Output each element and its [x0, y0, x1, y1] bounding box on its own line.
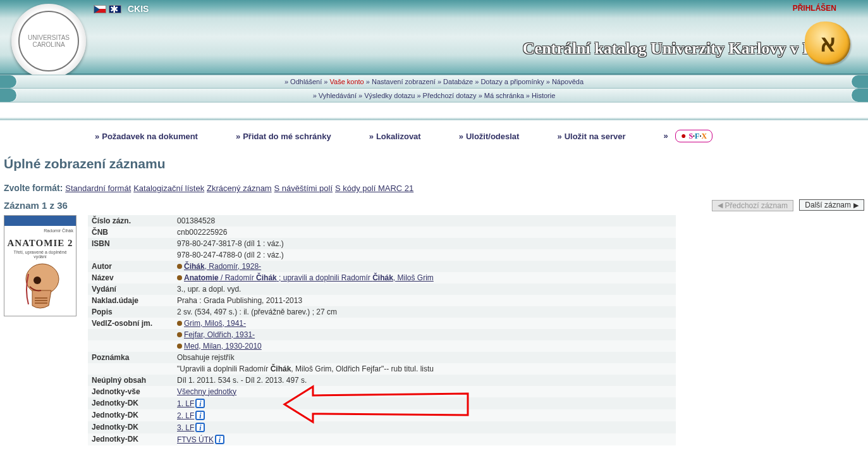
format-link[interactable]: Standardní formát [65, 183, 131, 193]
record-field-value: Anatomie / Radomír Čihák ; upravili a do… [173, 272, 676, 283]
nav2-item[interactable]: Historie [532, 92, 555, 99]
record-field-label [88, 340, 173, 352]
record-row: PoznámkaObsahuje rejstřík [88, 352, 676, 363]
record-field-value: FTVS ÚTKi [173, 433, 676, 445]
format-row: Zvolte formát: Standardní formát Katalog… [4, 183, 864, 193]
format-link[interactable]: Katalogizační lístek [133, 183, 204, 193]
nav1-item[interactable]: Databáze [443, 78, 473, 85]
next-record-button[interactable]: Další záznam ▶ [799, 199, 864, 211]
record-table: Číslo zázn.001384528ČNBcnb002225926ISBN9… [88, 215, 676, 445]
brand-label: CKIS [128, 4, 149, 14]
record-row: NázevAnatomie / Radomír Čihák ; upravili… [88, 272, 676, 283]
login-status[interactable]: PŘIHLÁŠEN [793, 4, 836, 13]
nav1-item[interactable]: Vaše konto [330, 78, 364, 85]
record-field-label: Poznámka [88, 352, 173, 363]
navbar-primary: » Odhlášení » Vaše konto » Nastavení zob… [0, 75, 868, 89]
record-field-label: Autor [88, 261, 173, 272]
record-field-label: ISBN [88, 238, 173, 249]
navbar-cap-right [852, 75, 868, 88]
sfx-link[interactable]: » ●S·F·X [663, 130, 712, 142]
nav1-item[interactable]: Odhlášení [290, 78, 322, 85]
record-field-label [88, 363, 173, 375]
record-field-value: 1. LFi [173, 397, 676, 409]
record-field-label: Jednotky-DK [88, 397, 173, 409]
record-link[interactable]: Grim, Miloš, 1941- [184, 319, 246, 328]
record-link[interactable]: 2. LF [177, 411, 194, 420]
action-link[interactable]: »Uložit/odeslat [459, 132, 520, 141]
record-field-value: cnb002225926 [173, 227, 676, 238]
navbar-secondary: » Vyhledávání » Výsledky dotazu » Předch… [0, 89, 868, 103]
header: UNIVERSITASCAROLINA CKIS PŘIHLÁŠEN Centr… [0, 0, 868, 75]
info-icon[interactable]: i [195, 411, 205, 420]
flag-cz[interactable] [94, 5, 106, 13]
nav1-item[interactable]: Nastavení zobrazení [372, 78, 436, 85]
nav1-item[interactable]: Nápověda [552, 78, 584, 85]
record-wrap: Radomír Čihák ANATOMIE 2 Třetí, upravené… [4, 215, 864, 445]
record-field-label [88, 249, 173, 261]
nav2-item[interactable]: Má schránka [484, 92, 524, 99]
record-field-value: Fejfar, Oldřich, 1931- [173, 329, 676, 340]
record-row: "Upravili a doplnili Radomír Čihák, Milo… [88, 363, 676, 375]
record-row: VedlZ-osobní jm.Grim, Miloš, 1941- [88, 318, 676, 329]
record-link[interactable]: Všechny jednotky [177, 387, 236, 396]
record-row: Jednotky-DKFTVS ÚTKi [88, 433, 676, 445]
content: Úplné zobrazení záznamu Zvolte formát: S… [0, 151, 868, 458]
info-icon[interactable]: i [195, 399, 205, 408]
format-link[interactable]: S kódy polí MARC 21 [335, 183, 413, 193]
record-field-label: Vydání [88, 283, 173, 295]
record-field-value: "Upravili a doplnili Radomír Čihák, Milo… [173, 363, 676, 375]
sfx-icon: ●S·F·X [675, 130, 712, 142]
record-link[interactable]: Fejfar, Oldřich, 1931- [184, 330, 255, 339]
bullet-icon [177, 321, 182, 326]
record-field-label: Neúplný obsah [88, 375, 173, 386]
book-cover[interactable]: Radomír Čihák ANATOMIE 2 Třetí, upravené… [4, 215, 76, 316]
record-field-value: Obsahuje rejstřík [173, 352, 676, 363]
format-label: Zvolte formát: [4, 183, 63, 193]
flag-gb[interactable] [109, 5, 121, 13]
record-link[interactable]: Čihák, Radomír, 1928- [184, 262, 261, 271]
record-link[interactable]: 3. LF [177, 423, 194, 432]
record-link[interactable]: FTVS ÚTK [177, 435, 214, 444]
action-link[interactable]: »Přidat do mé schránky [236, 132, 331, 141]
bullet-icon [177, 332, 182, 337]
record-row: Jednotky-DK2. LFi [88, 409, 676, 421]
record-link[interactable]: Med, Milan, 1930-2010 [184, 342, 262, 351]
record-field-value: 3., upr. a dopl. vyd. [173, 283, 676, 295]
action-link[interactable]: »Požadavek na dokument [95, 132, 198, 141]
triangle-right-icon: ▶ [853, 201, 859, 209]
nav2-item[interactable]: Výsledky dotazu [364, 92, 415, 99]
record-field-value: Grim, Miloš, 1941- [173, 318, 676, 329]
page-title: Úplné zobrazení záznamu [4, 156, 864, 171]
action-bar: »Požadavek na dokument»Přidat do mé schr… [0, 121, 868, 151]
record-field-value: Praha : Grada Publishing, 2011-2013 [173, 295, 676, 306]
record-field-label: Popis [88, 306, 173, 318]
format-link[interactable]: Zkrácený záznam [207, 183, 272, 193]
triangle-left-icon: ◀ [718, 201, 723, 209]
nav1-item[interactable]: Dotazy a připomínky [480, 78, 544, 85]
record-row: Vydání3., upr. a dopl. vyd. [88, 283, 676, 295]
action-link[interactable]: »Lokalizovat [369, 132, 421, 141]
record-field-label: Název [88, 272, 173, 283]
record-field-label: Číslo zázn. [88, 215, 173, 227]
action-link[interactable]: »Uložit na server [557, 132, 625, 141]
record-link[interactable]: Anatomie / Radomír Čihák ; upravili a do… [184, 273, 434, 282]
record-row: Naklad.údajePraha : Grada Publishing, 20… [88, 295, 676, 306]
record-row: Jednotky-DK3. LFi [88, 421, 676, 433]
format-link[interactable]: S návěštími polí [274, 183, 333, 193]
record-row: Číslo zázn.001384528 [88, 215, 676, 227]
record-field-value: 978-80-247-3817-8 (díl 1 : váz.) [173, 238, 676, 249]
info-icon[interactable]: i [215, 435, 224, 444]
record-row: Popis2 sv. (534, 497 s.) : il. (převážně… [88, 306, 676, 318]
bullet-icon [177, 344, 182, 349]
aleph-icon: א [805, 22, 850, 65]
info-icon[interactable]: i [195, 423, 205, 432]
record-field-value: 001384528 [173, 215, 676, 227]
record-field-value: 2 sv. (534, 497 s.) : il. (převážně bare… [173, 306, 676, 318]
bullet-icon [177, 275, 182, 280]
nav2-item[interactable]: Předchozí dotazy [423, 92, 477, 99]
navbar-cap-left [0, 75, 16, 88]
lang-flags: CKIS [94, 4, 149, 14]
nav2-item[interactable]: Vyhledávání [319, 92, 357, 99]
record-link[interactable]: 1. LF [177, 399, 194, 408]
record-row: Med, Milan, 1930-2010 [88, 340, 676, 352]
